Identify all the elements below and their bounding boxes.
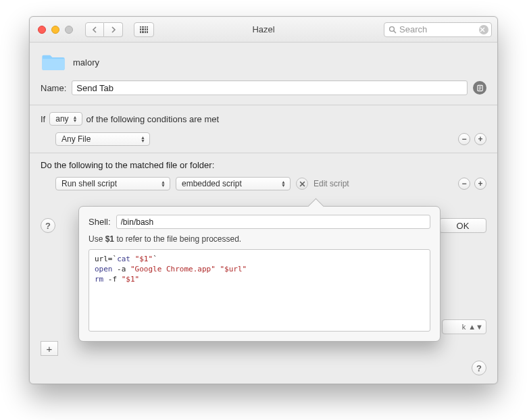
script-textarea[interactable]: url=`cat "$1"` open -a "Google Chrome.ap… [89, 249, 430, 332]
action-row-controls: − + [458, 178, 486, 190]
condition-mode-popup[interactable]: any ▲▼ [49, 112, 82, 126]
updown-icon: ▲▼ [281, 180, 286, 187]
script-editor-popover: Shell: Use $1 to refer to the file being… [78, 206, 441, 342]
notes-button[interactable] [473, 81, 486, 95]
folder-header: malory [30, 43, 497, 80]
name-row: Name: [30, 80, 497, 105]
condition-row-controls: − + [458, 133, 486, 145]
add-action-button[interactable]: + [474, 178, 486, 190]
condition-row: Any File ▲▼ − + [41, 132, 486, 146]
chevron-right-icon [111, 26, 116, 33]
add-condition-button[interactable]: + [474, 133, 486, 145]
search-field[interactable]: Search [384, 22, 492, 37]
script-source-value: embedded script [182, 179, 242, 188]
action-type-popup[interactable]: Run shell script ▲▼ [55, 177, 170, 190]
hint-pre: Use [89, 234, 105, 244]
nav-group [85, 22, 123, 37]
remove-condition-button[interactable]: − [458, 133, 470, 145]
help-button[interactable]: ? [41, 218, 55, 233]
conditions-section: If any ▲▼ of the following conditions ar… [30, 105, 497, 153]
svg-line-1 [394, 30, 396, 32]
nav-back-button[interactable] [85, 22, 104, 37]
actions-header: Do the following to the matched file or … [41, 160, 486, 170]
window-controls [35, 26, 73, 34]
chevron-left-icon [92, 26, 97, 33]
condition-mode-value: any [55, 114, 68, 124]
action-type-value: Run shell script [61, 179, 117, 188]
if-suffix: of the following conditions are met [86, 114, 220, 124]
zoom-window-button[interactable] [65, 26, 73, 34]
shell-label: Shell: [89, 217, 111, 227]
nav-forward-button[interactable] [104, 22, 123, 37]
folder-name: malory [73, 57, 99, 68]
partial-popup[interactable]: k ▲▼ [442, 319, 486, 334]
show-all-button[interactable] [134, 22, 154, 37]
clear-search-button[interactable] [479, 25, 488, 34]
minimize-window-button[interactable] [51, 26, 59, 34]
folder-icon [41, 52, 66, 72]
rule-name-field[interactable] [72, 80, 468, 95]
titlebar: Hazel Search [30, 17, 497, 43]
rule-sheet: malory Name: If any ▲▼ [30, 43, 497, 197]
updown-icon: ▲▼ [161, 180, 166, 187]
search-icon [388, 26, 397, 34]
if-prefix: If [41, 114, 45, 124]
script-source-popup[interactable]: embedded script ▲▼ [176, 177, 291, 190]
partial-popup-label: k [462, 323, 466, 331]
condition-subject-popup[interactable]: Any File ▲▼ [55, 132, 150, 146]
updown-icon: ▲▼ [141, 136, 145, 142]
shell-row: Shell: [89, 215, 430, 229]
shell-path-field[interactable] [116, 215, 430, 229]
condition-subject-value: Any File [61, 134, 91, 144]
close-window-button[interactable] [38, 26, 46, 34]
add-rule-button[interactable]: + [41, 341, 58, 356]
action-row: Run shell script ▲▼ embedded script ▲▼ E… [41, 177, 486, 190]
note-icon [476, 84, 484, 92]
script-info-button[interactable] [296, 178, 308, 190]
hint-post: to refer to the file being processed. [114, 234, 241, 244]
close-icon [299, 181, 305, 187]
name-label: Name: [41, 83, 66, 93]
pane-help-button[interactable]: ? [472, 361, 486, 375]
actions-section: Do the following to the matched file or … [30, 153, 497, 197]
edit-script-link[interactable]: Edit script [313, 179, 349, 188]
conditions-header: If any ▲▼ of the following conditions ar… [41, 112, 486, 126]
ok-button[interactable]: OK [439, 218, 486, 233]
hint-var: $1 [105, 234, 114, 244]
hazel-window: Hazel Search malory Name: [29, 16, 498, 384]
updown-icon: ▲▼ [468, 323, 483, 331]
grid-icon [140, 26, 148, 33]
remove-action-button[interactable]: − [458, 178, 470, 190]
updown-icon: ▲▼ [73, 115, 78, 122]
svg-point-0 [390, 26, 395, 31]
search-placeholder: Search [399, 24, 427, 34]
script-hint: Use $1 to refer to the file being proces… [89, 234, 430, 244]
close-icon [480, 27, 485, 32]
